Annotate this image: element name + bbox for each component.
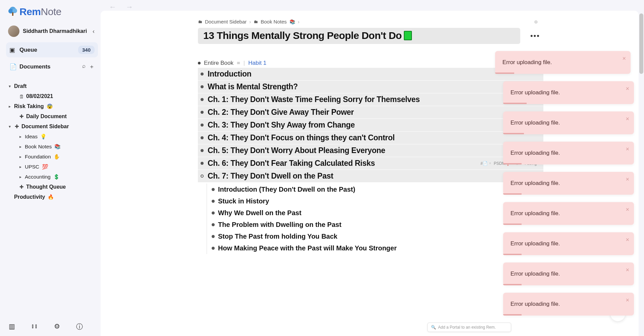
close-icon[interactable]: × <box>626 236 629 243</box>
add-breadcrumb-button[interactable]: ⊕ <box>534 19 538 25</box>
svg-rect-3 <box>12 12 13 16</box>
user-profile[interactable]: Siddharth Dharmadhikari ‹ <box>6 23 98 39</box>
documents-label: Documents <box>19 63 79 70</box>
bullet-icon <box>201 73 204 76</box>
panels-icon[interactable]: ▥ <box>9 322 15 331</box>
scrollbar[interactable] <box>639 13 643 74</box>
bullet-icon <box>201 124 204 127</box>
sub-item[interactable]: The Problem with Dwelling on the Past <box>212 219 543 231</box>
sub-item[interactable]: Stop The Past from holding You Back <box>212 231 543 242</box>
more-menu-button[interactable]: ••• <box>527 32 543 40</box>
close-icon[interactable]: × <box>626 85 629 92</box>
toast-progress <box>503 163 522 164</box>
close-icon[interactable]: × <box>626 206 629 213</box>
bullet-icon <box>212 211 215 214</box>
chapter-row[interactable]: What is Mental Strength? <box>198 80 543 93</box>
chapter-row[interactable]: Ch. 7: They Don't Dwell on the Past <box>198 170 543 182</box>
bullet-icon <box>212 223 215 226</box>
chapter-row[interactable]: Ch. 2: They Don't Give Away Their Power <box>198 106 543 118</box>
sidebar-item-accounting[interactable]: Accounting 💲 <box>6 172 98 182</box>
close-icon[interactable]: × <box>626 267 629 274</box>
close-icon[interactable]: × <box>626 146 629 153</box>
sidebar-item-date[interactable]: 🗓 08/02/2021 <box>6 91 98 101</box>
toast-message: Error uploading file. <box>511 240 560 247</box>
close-icon[interactable]: × <box>622 55 626 62</box>
chapter-row[interactable]: Ch. 1: They Don't Waste Time Feeling Sor… <box>198 93 543 106</box>
bullet-icon <box>201 149 204 152</box>
toast-progress <box>503 314 522 316</box>
sidebar-item-upsc[interactable]: UPSC 💯 <box>6 162 98 172</box>
breadcrumb-document-sidebar[interactable]: Document Sidebar <box>205 19 247 25</box>
bullet-icon <box>212 200 215 203</box>
sidebar-item-thought-queue[interactable]: ✚ Thought Queue <box>6 182 98 192</box>
collapse-sidebar-button[interactable]: ‹ <box>91 27 96 36</box>
breadcrumb-book-notes[interactable]: Book Notes <box>261 19 287 25</box>
svg-point-2 <box>12 8 17 13</box>
sidebar-item-ideas[interactable]: Ideas 💡 <box>6 132 98 142</box>
search-icon: 🔍 <box>431 325 436 330</box>
sidebar-item-foundation[interactable]: Foundation ✋ <box>6 152 98 162</box>
settings-icon[interactable]: ⚙ <box>54 322 60 331</box>
documents-row[interactable]: 📄 Documents ⌕ ＋ <box>6 59 98 74</box>
error-toast: Error uploading file.× <box>503 262 634 285</box>
plus-icon: ✚ <box>19 113 24 119</box>
page-title-block[interactable]: 13 Things Mentally Strong People Don't D… <box>198 28 520 44</box>
close-icon[interactable]: × <box>626 297 629 304</box>
avatar <box>8 26 19 37</box>
chapter-row[interactable]: Introduction <box>198 67 543 80</box>
chapter-7-sublist: Introduction (They Don't Dwell on the Pa… <box>207 184 543 254</box>
sub-item-title: The Problem with Dwelling on the Past <box>218 221 341 229</box>
toast-progress <box>495 73 514 74</box>
chapter-row[interactable]: Ch. 3: They Don't Shy Away from Change#📄… <box>198 118 543 131</box>
close-icon[interactable]: × <box>626 176 629 183</box>
sidebar-item-book-notes[interactable]: Book Notes 📚 <box>6 142 98 152</box>
plus-icon: ✚ <box>19 184 24 190</box>
bullet-icon <box>201 85 204 88</box>
toast-message: Error uploading file. <box>511 271 560 277</box>
bullet-icon <box>198 62 201 64</box>
document-icon: 📄 <box>9 63 16 70</box>
error-toast: Error uploading file.× <box>503 111 634 134</box>
sub-item[interactable]: Stuck in History <box>212 195 543 207</box>
chapter-title: Ch. 7: They Don't Dwell on the Past <box>208 172 333 181</box>
toast-progress <box>503 284 522 285</box>
sidebar-item-document-sidebar[interactable]: ✚ Document Sidebar <box>6 122 98 132</box>
sub-item-title: Stop The Past from holding You Back <box>218 233 337 240</box>
queue-button[interactable]: ▣ Queue 340 <box>6 42 98 57</box>
nav-forward-button[interactable]: → <box>126 3 133 11</box>
chapter-title: Ch. 4: They Don't Focus on things they c… <box>208 133 395 142</box>
sidebar-item-draft[interactable]: Draft <box>6 81 98 91</box>
chapter-title: Introduction <box>208 69 252 79</box>
sidebar-item-productivity[interactable]: Productivity 🔥 <box>6 192 98 202</box>
sub-item[interactable]: Why We Dwell on the Past <box>212 207 543 219</box>
bullet-icon <box>201 111 204 114</box>
info-icon[interactable]: ⓘ <box>76 322 83 331</box>
toast-message: Error uploading file. <box>511 119 560 126</box>
search-icon[interactable]: ⌕ <box>82 63 86 70</box>
fire-emoji-icon: 🔥 <box>48 194 54 200</box>
tag-remove-icon[interactable]: × <box>489 161 491 165</box>
bullet-icon <box>201 162 204 165</box>
sidebar-item-daily-document[interactable]: ✚ Daily Document <box>6 111 98 122</box>
chapter-title: Ch. 2: They Don't Give Away Their Power <box>208 108 354 117</box>
chapter-row[interactable]: Ch. 4: They Don't Focus on things they c… <box>198 131 543 144</box>
close-icon[interactable]: × <box>626 115 629 123</box>
habit-link[interactable]: Habit 1 <box>248 60 266 66</box>
chapter-row[interactable]: Ch. 5: They Don't Worry About Pleasing E… <box>198 144 543 157</box>
error-toast: Error uploading file.× <box>503 232 634 255</box>
nav-back-button[interactable]: ← <box>109 3 116 11</box>
sub-item[interactable]: Introduction (They Don't Dwell on the Pa… <box>212 184 543 195</box>
folder-icon: 🖿 <box>198 19 202 24</box>
sub-item[interactable]: How Making Peace with the Past will Make… <box>212 242 543 254</box>
entire-book-line[interactable]: Entire Book = | Habit 1 <box>198 59 543 67</box>
hand-emoji-icon: ✋ <box>54 154 60 160</box>
app-logo[interactable]: RemNote <box>7 6 98 17</box>
tag[interactable]: #📄× <box>481 161 491 166</box>
add-document-button[interactable]: ＋ <box>89 63 95 70</box>
chapter-title: Ch. 5: They Don't Worry About Pleasing E… <box>208 146 385 155</box>
chapter-row[interactable]: Ch. 6: They Don't Fear Taking Calculated… <box>198 157 543 170</box>
sidebar-item-risk-taking[interactable]: Risk Taking 😨 <box>6 101 98 111</box>
bullet-icon <box>212 188 215 191</box>
portal-search-bar[interactable]: 🔍 Add a Portal to an existing Rem. <box>427 323 511 332</box>
stats-icon[interactable]: ⫾⫾ <box>31 322 38 331</box>
